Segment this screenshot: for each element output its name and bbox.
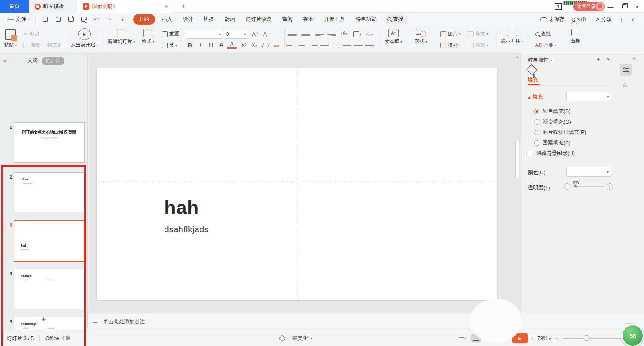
decrease-indent-button[interactable] — [315, 30, 324, 39]
more-menu-button[interactable]: ⋮ — [619, 16, 624, 23]
format-painter-button[interactable]: 格式刷 — [47, 42, 62, 49]
distribute-button[interactable] — [331, 41, 341, 50]
close-button[interactable]: × — [630, 0, 644, 13]
bullet-list-button[interactable] — [287, 30, 297, 39]
text-columns-button[interactable] — [353, 41, 363, 50]
zoom-percent[interactable]: 79% ▾ — [537, 335, 551, 341]
shapes-button[interactable]: 形状 ▾ — [415, 29, 427, 45]
file-menu-button[interactable]: 文件 ▾ — [0, 16, 33, 23]
cut-button[interactable]: ✂剪切 — [23, 31, 39, 37]
font-family-combo[interactable]: ▾ — [186, 30, 223, 39]
increase-indent-button[interactable] — [327, 30, 336, 39]
bold-button[interactable]: B — [185, 41, 195, 50]
menu-animation[interactable]: 动画 — [219, 14, 240, 25]
tab-docer[interactable]: 稻壳模板 — [29, 0, 77, 13]
slider-handle-icon[interactable] — [574, 184, 578, 187]
align-left-button[interactable] — [286, 41, 295, 50]
menu-devtools[interactable]: 开发工具 — [319, 14, 350, 25]
menu-special[interactable]: 特色功能 — [350, 14, 382, 25]
increase-font-button[interactable]: A⁺ — [250, 30, 260, 39]
copy-button[interactable]: 复制 — [23, 42, 41, 49]
menu-insert[interactable]: 插入 — [157, 14, 178, 25]
current-slide[interactable]: hah dsahflkjads — [97, 68, 497, 300]
object-properties-title[interactable]: 对象属性 ▾ — [528, 56, 552, 64]
replace-button[interactable]: A/B替换▾ — [535, 42, 556, 49]
italic-button[interactable]: I — [196, 41, 205, 50]
hide-background-checkbox[interactable]: 隐藏背景图形(H) — [528, 150, 575, 157]
columns-button[interactable] — [342, 41, 352, 50]
align-right-button[interactable] — [308, 41, 318, 50]
effects-strip-button[interactable]: ☆ — [622, 80, 628, 89]
transparency-track[interactable]: 0% — [573, 186, 604, 187]
menu-home[interactable]: 开始 — [133, 14, 155, 25]
performance-badge[interactable]: 56 — [621, 324, 644, 346]
new-tab-button[interactable]: + — [179, 2, 188, 11]
collaborate-button[interactable]: 协作 — [572, 16, 588, 23]
qat-more-button[interactable]: ▾ — [119, 16, 126, 23]
properties-strip-button[interactable] — [620, 64, 632, 76]
collapse-panel-button[interactable]: « — [0, 58, 12, 64]
theme-name[interactable]: Office 主题 — [45, 335, 71, 342]
color-combo[interactable]: ▾ — [566, 167, 611, 177]
solid-fill-radio[interactable]: 纯色填充(S) — [534, 108, 570, 115]
vertical-text-button[interactable]: ▾ — [365, 41, 374, 50]
find-ribbon-button[interactable]: 查找 — [535, 31, 551, 37]
collapse-ribbon-button[interactable]: ∧ — [631, 16, 635, 23]
slide-subtitle-text[interactable]: dsahflkjads — [164, 224, 209, 234]
clear-format-button[interactable] — [261, 41, 270, 50]
picture-button[interactable]: 图片▾ — [440, 31, 461, 37]
fill-tab[interactable]: 填充 — [528, 76, 538, 84]
zoom-out-button[interactable]: − — [555, 335, 558, 342]
new-slide-button[interactable]: 新建幻灯片 ▾ — [108, 29, 135, 45]
justify-button[interactable] — [320, 41, 329, 50]
vertical-scrollbar[interactable] — [515, 139, 519, 179]
strikethrough-button[interactable]: S — [217, 41, 226, 50]
tab-document[interactable]: P 演示文稿1 — [77, 0, 173, 13]
save-status[interactable]: 未保存 — [540, 16, 565, 23]
tab-slides[interactable]: 幻灯片 — [42, 57, 64, 65]
redo-button[interactable]: ↷ — [106, 16, 113, 23]
subscript-button[interactable]: X₂ — [250, 41, 259, 50]
scroll-up-arrow-icon[interactable]: ▲ — [516, 56, 519, 59]
underline-button[interactable]: U — [206, 41, 216, 50]
menu-transition[interactable]: 切换 — [198, 14, 219, 25]
export-button[interactable] — [54, 16, 62, 23]
gradient-fill-radio[interactable]: 渐变填充(G) — [534, 118, 571, 126]
picture-fill-radio[interactable]: 图片或纹理填充(P) — [534, 129, 586, 136]
increase-transparency-button[interactable]: + — [607, 183, 613, 190]
slide-thumbnail-3-selected[interactable]: hah dsahflkjads — [14, 220, 85, 262]
slide-thumbnail-1[interactable]: PPT的文档怎么输出为H5 页面 单击输入您的封面副标题 — [14, 122, 85, 163]
slide-thumbnail-2[interactable]: nihao · dsahfkjadsdas — [14, 172, 85, 212]
backup-count-badge[interactable]: 1 — [555, 3, 562, 10]
caret-down-icon[interactable]: ▾ — [532, 336, 533, 340]
visitor-login-button[interactable]: 访客登录 — [573, 2, 605, 11]
print-preview-button[interactable] — [80, 16, 87, 23]
notes-toggle-button[interactable]: ▾ — [458, 334, 467, 343]
decrease-font-button[interactable]: A⁻ — [262, 30, 271, 39]
tab-home[interactable]: 首页 — [0, 0, 29, 13]
play-from-current-button[interactable]: ▶ 从当前开始 ▾ — [71, 28, 98, 48]
minimize-button[interactable]: — — [604, 0, 617, 13]
zoom-slider[interactable] — [563, 338, 621, 339]
decrease-transparency-button[interactable]: − — [564, 183, 570, 190]
arrange-button[interactable]: 排列▾ — [440, 42, 461, 49]
slide-thumbnail-4[interactable]: halakjh · dskjad · dsahfkjads — [14, 269, 85, 309]
pin-icon[interactable]: ⌖ — [597, 56, 600, 63]
text-direction-button[interactable]: AB▾ — [365, 30, 374, 39]
fill-section-header[interactable]: ◢ 填充 — [528, 93, 543, 101]
beautify-button[interactable]: 一键美化 ▴ — [280, 335, 312, 342]
font-color-button[interactable]: A — [227, 41, 237, 49]
undo-button[interactable]: ↶▾ — [93, 16, 100, 23]
menu-slideshow[interactable]: 幻灯片放映 — [240, 14, 277, 25]
add-slide-button[interactable]: + — [0, 311, 88, 327]
fill-style-combo[interactable]: ▾ — [566, 92, 611, 101]
outline-button[interactable]: 轮廓▾ — [468, 42, 488, 49]
section-button[interactable]: 节 ▾ — [162, 42, 177, 49]
numbered-list-button[interactable] — [301, 30, 311, 39]
save-button[interactable] — [41, 16, 49, 23]
layout-button[interactable]: 版式 ▾ — [142, 29, 154, 45]
tab-outline[interactable]: 大纲 — [27, 57, 38, 64]
select-button[interactable]: 选择 — [571, 29, 580, 44]
paragraph-spacing-button[interactable]: ▾ — [353, 30, 362, 39]
line-spacing-button[interactable]: ↓A▾ — [339, 29, 349, 38]
